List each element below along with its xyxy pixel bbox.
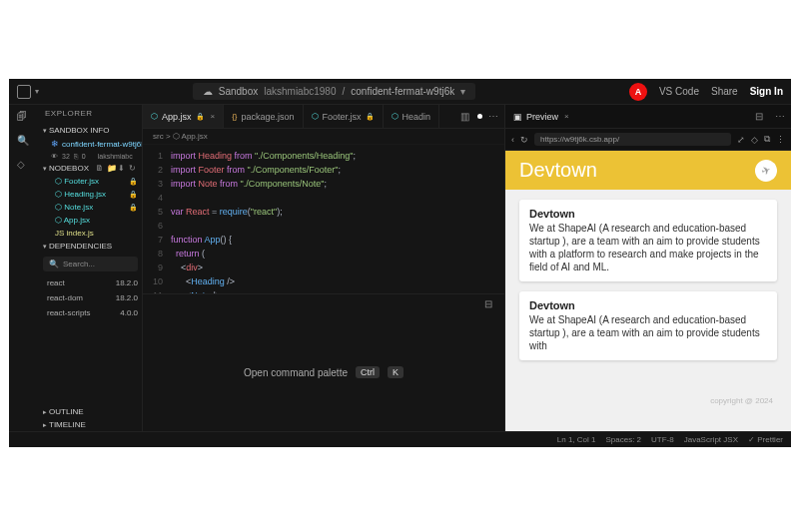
deps-search-input[interactable]: 🔍Search... (43, 257, 138, 271)
tab-app[interactable]: ⬡App.jsx🔒× (143, 105, 224, 128)
code-editor[interactable]: 12345678910111213 import Heading from ".… (143, 145, 504, 293)
settings-icon[interactable]: ◇ (17, 159, 31, 173)
file-note[interactable]: ⬡ Note.jsx🔒 (39, 201, 142, 214)
lock-icon: 🔒 (129, 204, 138, 212)
owner-name: lakshmiabc1980 (264, 86, 336, 97)
chevron-down-icon[interactable]: ▾ (35, 87, 39, 96)
more-icon[interactable]: ⋯ (482, 111, 504, 122)
files-icon[interactable]: 🗐 (17, 111, 31, 125)
terminal-expand-icon[interactable]: ⊟ (478, 298, 498, 309)
status-cursor[interactable]: Ln 1, Col 1 (557, 435, 596, 444)
avatar[interactable]: A (629, 83, 647, 101)
paper-plane-icon[interactable]: ✈ (752, 156, 780, 184)
status-encoding[interactable]: UTF-8 (651, 435, 674, 444)
kbd-k: K (388, 366, 403, 378)
breadcrumb[interactable]: src > ⬡ App.jsx (143, 129, 504, 145)
cube-icon: ▣ (513, 112, 522, 122)
download-icon[interactable]: ⬇ (118, 164, 127, 173)
page-title: Devtown (519, 159, 597, 182)
project-row[interactable]: ❄ confident-fermat-w9tj6k (39, 137, 142, 151)
file-heading[interactable]: ⬡ Heading.jsx🔒 (39, 188, 142, 201)
more-icon[interactable]: ⋯ (769, 111, 791, 122)
file-app[interactable]: ⬡ App.jsx (39, 214, 142, 227)
project-name: confident-fermat-w9tj6k (351, 86, 454, 97)
note-card: Devtown We at ShapeAI (A research and ed… (519, 291, 777, 360)
copyright-text: copyright @ 2024 (710, 396, 773, 405)
card-title: Devtown (529, 208, 767, 220)
status-prettier[interactable]: ✓ Prettier (748, 435, 783, 444)
share-button[interactable]: Share (711, 86, 738, 97)
tab-package[interactable]: {}package.json (224, 105, 303, 128)
status-language[interactable]: JavaScript JSX (684, 435, 738, 444)
cloud-icon: ☁ (203, 86, 213, 97)
dep-react[interactable]: react18.2.0 (39, 275, 142, 290)
dep-react-scripts[interactable]: react-scripts4.0.0 (39, 305, 142, 320)
card-body: We at ShapeAI (A research and education-… (529, 313, 767, 352)
lock-icon: 🔒 (196, 113, 205, 121)
new-file-icon[interactable]: 🗎 (96, 164, 105, 173)
sandbox-breadcrumb[interactable]: ☁ Sandbox lakshmiabc1980 / confident-fer… (193, 83, 475, 100)
lock-icon: 🔒 (129, 191, 138, 199)
tab-heading[interactable]: ⬡Headin (384, 105, 440, 128)
devtools-icon[interactable]: ◇ (751, 135, 758, 145)
external-icon[interactable]: ⧉ (764, 134, 770, 145)
search-icon: 🔍 (49, 260, 59, 268)
chevron-down-icon: ▾ (460, 86, 465, 97)
snowflake-icon: ❄ (51, 139, 59, 149)
card-title: Devtown (529, 299, 767, 311)
search-icon[interactable]: 🔍 (17, 135, 31, 149)
close-icon[interactable]: × (564, 112, 569, 121)
panel-icon[interactable]: ⊟ (749, 111, 769, 122)
url-input[interactable]: https://w9tj6k.csb.app/ (534, 133, 731, 146)
menu-icon[interactable]: ⋮ (776, 135, 785, 145)
file-index[interactable]: JS index.js (39, 227, 142, 240)
timeline-section[interactable]: ▸TIMELINE (39, 418, 142, 431)
card-body: We at ShapeAI (A research and education-… (529, 222, 767, 273)
sandbox-info-section[interactable]: ▾SANDBOX INFO (39, 124, 142, 137)
dependencies-section[interactable]: ▾DEPENDENCIES (39, 240, 142, 253)
tab-preview[interactable]: ▣Preview× (505, 105, 577, 128)
close-icon[interactable]: × (211, 112, 216, 121)
lock-icon: 🔒 (129, 178, 138, 186)
project-stats: 👁32 ⎘0 lakshmiabc (39, 151, 142, 162)
status-spaces[interactable]: Spaces: 2 (605, 435, 641, 444)
explorer-title: EXPLORER (39, 105, 142, 124)
split-columns-icon[interactable]: ▥ (454, 111, 475, 122)
nodebox-section[interactable]: ▾NODEBOX (43, 164, 89, 173)
expand-icon[interactable]: ⤢ (737, 135, 745, 145)
app-menu-icon[interactable] (17, 85, 31, 99)
file-footer[interactable]: ⬡ Footer.jsx🔒 (39, 175, 142, 188)
preview-frame[interactable]: Devtown ✈ Devtown We at ShapeAI (A resea… (505, 151, 791, 431)
signin-button[interactable]: Sign In (750, 86, 783, 97)
sandbox-label: Sandbox (219, 86, 258, 97)
kbd-ctrl: Ctrl (356, 366, 380, 378)
command-palette-hint[interactable]: Open command palette Ctrl K (143, 314, 504, 431)
back-icon[interactable]: ‹ (511, 135, 514, 145)
refresh-icon[interactable]: ↻ (129, 164, 138, 173)
reload-icon[interactable]: ↻ (520, 135, 528, 145)
dep-react-dom[interactable]: react-dom18.2.0 (39, 290, 142, 305)
new-folder-icon[interactable]: 📁 (107, 164, 116, 173)
note-card: Devtown We at ShapeAI (A research and ed… (519, 200, 777, 281)
tab-footer[interactable]: ⬡Footer.jsx🔒 (304, 105, 384, 128)
vscode-link[interactable]: VS Code (659, 86, 699, 97)
outline-section[interactable]: ▸OUTLINE (39, 405, 142, 418)
